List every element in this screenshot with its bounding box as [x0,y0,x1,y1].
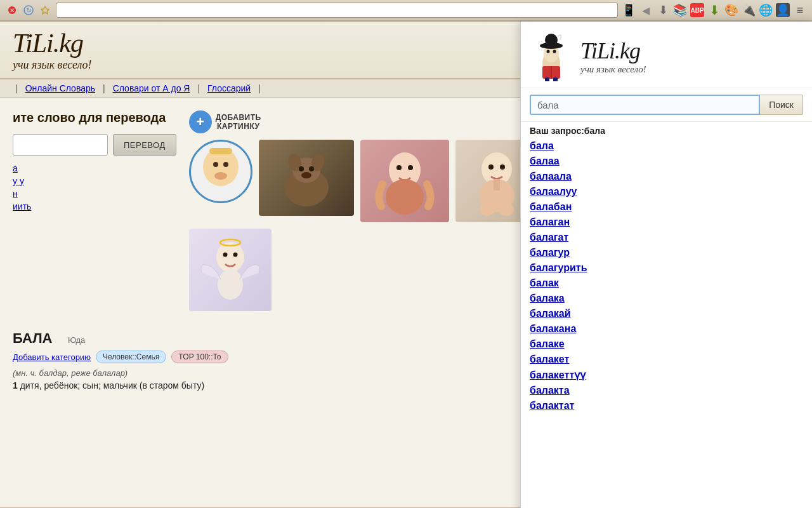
search-row: Поиск [521,88,812,122]
nav-dictionary[interactable]: Онлайн Словарь [25,83,95,93]
panel-title-area: TiLi.kg учи язык весело! [580,37,802,75]
panel-search-button[interactable]: Поиск [760,95,803,115]
add-image-button[interactable]: + ДОБАВИТЬ КАРТИНКУ [189,110,261,133]
svg-point-37 [553,50,556,53]
autocomplete-item[interactable]: балака [530,291,803,306]
side-links: а у у н иить [13,163,176,211]
nav-sep2: | [103,83,105,93]
translate-button[interactable]: ПЕРЕВОД [113,134,176,156]
side-link-2[interactable]: у у [13,176,176,186]
top-tag[interactable]: TOP 100::То [171,351,228,363]
autocomplete-list: балабалаабалаалабалаалуубалабанбалаганба… [521,138,812,413]
panel-title: TiLi.kg [580,37,802,64]
angel-image[interactable] [189,229,272,311]
menu-icon[interactable]: ≡ [793,3,807,17]
side-link-3[interactable]: н [13,189,176,199]
profile-icon[interactable]: 👤 [776,3,790,17]
svg-point-6 [213,162,218,167]
svg-text:✕: ✕ [10,7,15,14]
svg-point-28 [223,253,227,257]
autocomplete-item[interactable]: балагур [530,245,803,260]
side-link-1[interactable]: а [13,163,176,173]
query-label: Ваш запрос:бала [521,122,812,138]
color-wheel-icon[interactable]: 🎨 [724,3,738,17]
svg-rect-9 [209,148,232,154]
svg-rect-41 [553,77,558,81]
svg-point-29 [233,253,237,257]
phone-icon[interactable]: 📱 [622,3,636,17]
autocomplete-item[interactable]: балаа [530,154,803,169]
site-logo: TiLi.kg [13,28,92,58]
svg-point-36 [547,50,550,53]
autocomplete-item[interactable]: балакай [530,306,803,321]
close-button[interactable]: ✕ [5,3,19,17]
page-content: TiLi.kg учи язык весело! 🍎 Available on … [0,22,812,507]
autocomplete-item[interactable]: балакеттүү [530,367,803,383]
svg-marker-4 [41,6,49,14]
search-section: ите слово для перевода ПЕРЕВОД а у у н и… [13,110,176,318]
abp-icon[interactable]: ABP [690,3,704,17]
address-bar[interactable] [56,3,618,18]
autocomplete-item[interactable]: балаалуу [530,184,803,199]
add-category-link[interactable]: Добавить категорию [13,352,91,362]
child-face-image[interactable] [189,140,252,203]
panel-logo-image [531,30,572,81]
svg-point-23 [500,164,505,170]
extension1-icon[interactable]: 🔌 [742,3,756,17]
def-number: 1 [13,380,18,391]
svg-point-16 [301,172,311,178]
svg-point-30 [218,269,243,300]
arrow-down-icon[interactable]: ⬇ [707,3,721,17]
side-link-4[interactable]: иить [13,201,176,211]
autocomplete-item[interactable]: балаке [530,337,803,352]
autocomplete-item[interactable]: балакана [530,321,803,337]
autocomplete-item[interactable]: балабан [530,199,803,215]
add-image-label: ДОБАВИТЬ КАРТИНКУ [216,113,261,131]
add-icon: + [189,110,212,133]
nav-glossary[interactable]: Глоссарий [207,83,251,93]
dog-image[interactable] [259,140,354,216]
svg-point-14 [299,166,304,171]
baby1-image[interactable] [360,140,449,222]
svg-point-8 [214,172,227,180]
autocomplete-panel: TiLi.kg учи язык весело! Поиск Ваш запро… [520,22,812,508]
bookmarks-icon[interactable]: 📚 [673,3,687,17]
svg-point-26 [499,203,514,216]
svg-point-18 [396,165,402,170]
autocomplete-item[interactable]: бала [530,138,803,154]
nav-sep3: | [197,83,200,93]
autocomplete-item[interactable]: балагурить [530,260,803,276]
autocomplete-item[interactable]: балакта [530,383,803,398]
back-icon[interactable]: ◀ [639,3,653,17]
panel-header: TiLi.kg учи язык весело! [521,22,812,88]
autocomplete-item[interactable]: балаган [530,215,803,230]
autocomplete-item[interactable]: балактат [530,398,803,413]
svg-text:↻: ↻ [26,6,32,14]
panel-tagline: учи язык весело! [580,64,802,75]
autocomplete-item[interactable]: балаала [530,169,803,184]
nav-separator: | [15,83,18,93]
panel-search-input[interactable] [530,95,760,115]
svg-point-20 [386,179,424,215]
autocomplete-item[interactable]: балакет [530,352,803,367]
translation-input[interactable] [13,134,108,156]
nav-dictionaries[interactable]: Словари от А до Я [113,83,190,93]
translation-input-row: ПЕРЕВОД [13,134,176,156]
chrome-icon[interactable]: 🌐 [759,3,773,17]
reload-button[interactable]: ↻ [22,3,36,17]
nav-sep4: | [258,83,261,93]
autocomplete-item[interactable]: балагат [530,230,803,245]
bookmark-button[interactable] [38,3,52,17]
svg-point-15 [309,166,314,171]
svg-point-7 [223,162,228,167]
svg-rect-40 [545,77,549,81]
def-content: дитя, ребёнок; сын; мальчик (в старом бы… [20,380,204,391]
download-icon[interactable]: ⬇ [656,3,670,17]
page-title: ите слово для перевода [13,110,176,125]
logo-section: TiLi.kg учи язык весело! [13,28,92,72]
svg-point-25 [480,203,495,216]
browser-toolbar: ✕ ↻ 📱 ◀ ⬇ 📚 ABP ⬇ 🎨 🔌 🌐 👤 ≡ [0,0,812,21]
autocomplete-item[interactable]: балак [530,276,803,291]
svg-point-22 [488,164,494,170]
category-tag[interactable]: Человек::Семья [96,351,166,363]
